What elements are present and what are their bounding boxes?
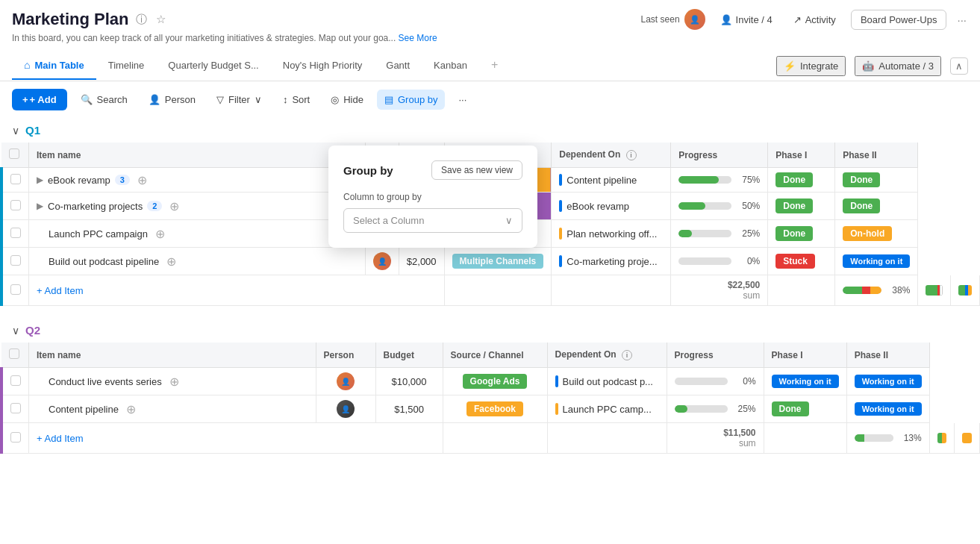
progress-bar — [678, 230, 731, 237]
tab-kanban[interactable]: Kanban — [422, 52, 479, 80]
add-subitem-button[interactable]: ⊕ — [169, 199, 179, 213]
see-more-link[interactable]: See More — [399, 33, 437, 43]
search-icon: 🔍 — [81, 94, 93, 105]
q1-toggle[interactable]: ∨ — [12, 125, 19, 137]
phase1-summary — [926, 285, 942, 296]
q2-col-person: Person — [316, 343, 375, 368]
column-select[interactable]: Select a Column ∨ — [343, 208, 522, 233]
q2-col-check — [1, 343, 29, 368]
progress-pct: 75% — [737, 175, 760, 185]
more-tools-button[interactable]: ··· — [451, 90, 474, 110]
dependent-info-icon[interactable]: i — [622, 350, 632, 360]
item-name: Launch PPC campaign — [49, 228, 148, 240]
person-filter-icon: 👤 — [149, 94, 160, 105]
q2-group: ∨ Q2 Item name Person Budget Source / Ch… — [0, 318, 980, 454]
table-row: Content pipeline ⊕ 👤 $1,500 Facebook — [1, 396, 980, 423]
table-row: Conduct live events series ⊕ 👤 $10,000 G… — [1, 368, 980, 396]
progress-bar — [675, 405, 728, 413]
invite-button[interactable]: 👤 Invite / 4 — [714, 11, 778, 28]
add-subitem-button[interactable]: ⊕ — [169, 375, 179, 389]
item-name: Conduct live events series — [49, 376, 162, 387]
progress-pct: 25% — [734, 404, 756, 414]
q2-toggle[interactable]: ∨ — [12, 325, 19, 337]
info-icon[interactable]: ⓘ — [134, 11, 149, 28]
row-checkbox[interactable] — [10, 284, 21, 295]
tab-gantt[interactable]: Gantt — [374, 52, 422, 80]
phase1-summary-q2 — [937, 433, 947, 443]
q1-col-dependent: Dependent On i — [552, 143, 671, 168]
sort-button[interactable]: ↕ Sort — [275, 90, 317, 110]
more-options-button[interactable]: ··· — [955, 12, 968, 28]
phase2-badge: Working on it — [855, 375, 922, 388]
chevron-down-icon: ∨ — [505, 215, 513, 226]
add-subitem-button[interactable]: ⊕ — [155, 227, 165, 241]
search-button[interactable]: 🔍 Search — [73, 90, 135, 110]
person-avatar: 👤 — [373, 252, 391, 270]
progress-bar — [843, 287, 881, 294]
phase1-badge: Stuck — [775, 254, 815, 269]
q2-col-phase1: Phase I — [764, 343, 846, 368]
activity-button[interactable]: ↗ Activity — [787, 11, 842, 28]
last-seen-label: Last seen — [641, 14, 680, 25]
dependent-info-icon[interactable]: i — [626, 150, 637, 160]
person-icon: 👤 — [720, 14, 732, 25]
phase2-badge: On-hold — [843, 226, 892, 241]
groupby-button[interactable]: ▤ Group by — [377, 90, 445, 110]
add-subitem-button[interactable]: ⊕ — [166, 254, 176, 269]
row-checkbox[interactable] — [10, 375, 21, 386]
avatar: 👤 — [684, 9, 705, 30]
item-name-cell: Content pipeline ⊕ — [37, 402, 308, 416]
automate-button[interactable]: 🤖 Automate / 3 — [855, 56, 941, 76]
add-button[interactable]: + + Add — [12, 89, 67, 110]
tab-noy-priority[interactable]: Noy's High Priority — [271, 52, 375, 80]
q2-col-channel: Source / Channel — [443, 343, 547, 368]
progress-pct: 38% — [887, 285, 910, 296]
integrate-button[interactable]: ⚡ Integrate — [776, 56, 846, 76]
dependent-value: Co-marketing proje... — [567, 256, 657, 267]
row-checkbox[interactable] — [10, 255, 21, 266]
automate-icon: 🤖 — [862, 60, 874, 72]
item-name: Build out podcast pipeline — [49, 256, 159, 267]
add-subitem-button[interactable]: ⊕ — [137, 173, 147, 187]
header-checkbox[interactable] — [9, 348, 19, 359]
save-view-button[interactable]: Save as new view — [431, 160, 522, 180]
board-powerups-button[interactable]: Board Power-Ups — [851, 10, 947, 30]
expand-button[interactable]: ▶ — [37, 201, 43, 211]
row-checkbox[interactable] — [10, 174, 21, 184]
hide-button[interactable]: ◎ Hide — [323, 90, 371, 110]
person-filter-button[interactable]: 👤 Person — [141, 90, 203, 110]
phase1-badge: Done — [772, 401, 809, 416]
total-progress: 38% — [843, 285, 910, 296]
q2-col-phase2: Phase II — [846, 343, 929, 368]
phase1-badge: Working on it — [772, 375, 839, 388]
header-checkbox[interactable] — [9, 148, 19, 159]
row-checkbox[interactable] — [10, 200, 21, 210]
item-name-cell: Launch PPC campaign ⊕ — [37, 227, 358, 241]
phase1-badge: Done — [775, 198, 813, 213]
tab-main-table[interactable]: ⌂ Main Table — [12, 51, 96, 80]
add-item-button[interactable]: + Add Item — [37, 285, 84, 296]
filter-button[interactable]: ▽ Filter ∨ — [209, 90, 269, 110]
row-checkbox[interactable] — [10, 432, 21, 443]
item-name-cell: ▶ eBook revamp 3 ⊕ — [37, 173, 358, 187]
channel-badge: Google Ads — [463, 374, 528, 389]
q1-col-name: Item name — [29, 143, 366, 168]
progress-bar — [678, 176, 731, 184]
progress-bar — [855, 434, 893, 442]
collapse-tabs-button[interactable]: ∧ — [950, 57, 968, 75]
add-subitem-button[interactable]: ⊕ — [126, 402, 136, 416]
star-icon[interactable]: ☆ — [155, 11, 167, 28]
row-checkbox[interactable] — [10, 403, 21, 413]
expand-button[interactable]: ▶ — [37, 175, 43, 185]
filter-icon: ▽ — [216, 94, 224, 105]
hide-icon: ◎ — [331, 94, 339, 105]
tab-timeline[interactable]: Timeline — [96, 52, 157, 80]
item-name-cell: ▶ Co-marketing projects 2 ⊕ — [37, 199, 358, 213]
tabs-right: ⚡ Integrate 🤖 Automate / 3 ∧ — [776, 56, 968, 76]
progress-container: 50% — [678, 201, 760, 211]
row-checkbox[interactable] — [10, 228, 21, 238]
tab-quarterly[interactable]: Quarterly Budget S... — [156, 52, 270, 80]
add-item-button[interactable]: + Add Item — [37, 433, 84, 444]
q2-group-header: ∨ Q2 — [0, 318, 980, 343]
add-view-button[interactable]: + — [479, 51, 510, 81]
